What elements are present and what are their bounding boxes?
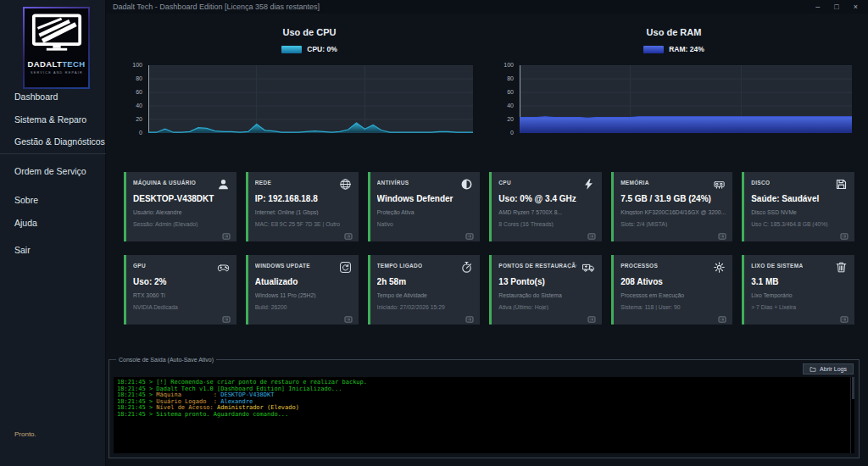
app-logo: DADALTTECH SERVICE AND REPAIR xyxy=(23,7,90,89)
card-value: 13 Ponto(s) xyxy=(498,277,595,286)
card-details-icon[interactable] xyxy=(221,229,231,237)
ram-legend-label: RAM: 24% xyxy=(669,45,704,53)
card-detail-line-2: 8 Cores (16 Threads) xyxy=(498,221,583,227)
card-value: Saúde: Saudável xyxy=(751,194,848,203)
minimize-button[interactable]: – xyxy=(815,0,820,14)
brand-primary: DADALT xyxy=(27,59,62,69)
sidebar-item-gestao-diagnosticos[interactable]: Gestão & Diagnósticos xyxy=(14,136,105,147)
card-value: 208 Ativos xyxy=(620,277,726,286)
card-header: PONTOS DE RESTAURAÇÃO xyxy=(498,261,595,274)
card-value: 3.1 MB xyxy=(751,277,848,286)
card-detail-line-2: Iniciado: 27/02/2026 15:29 xyxy=(377,304,462,310)
memory-icon xyxy=(713,178,726,191)
card-header: ANTIVÍRUS xyxy=(377,178,474,191)
info-card: CPU Uso: 0% @ 3.4 GHz AMD Ryzen 7 5700X … xyxy=(489,172,602,241)
open-logs-button[interactable]: Abrir Logs xyxy=(803,363,854,374)
card-details-icon[interactable] xyxy=(717,312,727,320)
open-logs-label: Abrir Logs xyxy=(820,366,847,372)
cpu-legend-swatch xyxy=(281,46,302,53)
sidebar-item-ajuda[interactable]: Ajuda xyxy=(14,218,37,228)
y-tick-label: 0 xyxy=(510,130,514,136)
card-title: LIXO DE SISTEMA xyxy=(751,261,803,269)
info-card: DISCO Saúde: Saudável Disco SSD NVMe Uso… xyxy=(742,172,854,241)
card-title: ANTIVÍRUS xyxy=(377,178,409,186)
card-detail-line-1: Disco SSD NVMe xyxy=(751,209,848,215)
card-title: REDE xyxy=(255,178,271,186)
globe-icon xyxy=(339,178,352,191)
card-details-icon[interactable] xyxy=(343,229,353,237)
card-header: LIXO DE SISTEMA xyxy=(751,261,848,274)
card-detail-line-1: AMD Ryzen 7 5700X 8... xyxy=(498,209,595,215)
card-details-icon[interactable] xyxy=(717,229,727,237)
card-header: WINDOWS UPDATE xyxy=(255,261,352,274)
info-card: PONTOS DE RESTAURAÇÃO 13 Ponto(s) Restau… xyxy=(489,255,602,325)
card-detail-line-1: Windows 11 Pro (25H2) xyxy=(255,292,352,298)
card-header: REDE xyxy=(255,178,352,191)
y-tick-label: 20 xyxy=(507,116,514,122)
ram-chart-plot xyxy=(520,65,852,133)
card-details-icon[interactable] xyxy=(343,312,353,320)
console-scrollbar[interactable] xyxy=(850,377,854,453)
sidebar-item-sobre[interactable]: Sobre xyxy=(14,195,38,205)
info-card: PROCESSOS 208 Ativos Processos em Execuç… xyxy=(611,255,732,325)
y-tick-label: 0 xyxy=(139,130,142,136)
sidebar-divider xyxy=(0,153,106,154)
bolt-icon xyxy=(582,178,595,191)
card-value: 7.5 GB / 31.9 GB (24%) xyxy=(620,194,726,203)
brand-name: DADALTTECH xyxy=(27,59,85,69)
console-scrollbar-thumb[interactable] xyxy=(852,377,854,399)
cpu-area-chart xyxy=(148,65,473,133)
close-button[interactable]: × xyxy=(854,0,858,14)
y-tick-label: 100 xyxy=(504,62,514,68)
card-value: 2h 58m xyxy=(377,277,474,286)
card-title: CPU xyxy=(498,178,511,186)
sidebar-item-ordem-servico[interactable]: Ordem de Serviço xyxy=(14,166,86,176)
y-tick-label: 40 xyxy=(507,103,514,108)
card-value: Uso: 2% xyxy=(133,277,230,286)
ram-chart-legend: RAM: 24% xyxy=(504,45,843,53)
ram-legend-swatch xyxy=(643,46,664,53)
card-details-icon[interactable] xyxy=(221,312,231,320)
sidebar: DADALTTECH SERVICE AND REPAIR Dashboard … xyxy=(0,0,106,466)
info-card: TEMPO LIGADO 2h 58m Tempo de Atividade I… xyxy=(368,255,481,325)
cards-grid: MÁQUINA & USUÁRIO DESKTOP-V438DKT Usuári… xyxy=(124,172,854,325)
card-header: CPU xyxy=(498,178,595,191)
sidebar-item-dashboard[interactable]: Dashboard xyxy=(14,92,58,102)
main-content: Uso de CPU CPU: 0% 020406080100 Uso de R… xyxy=(106,14,868,466)
disk-icon xyxy=(835,178,848,191)
stopwatch-icon xyxy=(460,261,473,274)
brand-tagline: SERVICE AND REPAIR xyxy=(31,71,83,75)
console-groupbox: Console de Saída (Auto-Save Ativo) Abrir… xyxy=(108,359,860,458)
user-icon xyxy=(217,178,230,191)
sidebar-item-sistema-reparo[interactable]: Sistema & Reparo xyxy=(14,114,86,125)
card-detail-line-1: Processos em Execução xyxy=(620,292,726,298)
card-detail-line-2: Ativa (Último: Hoje) xyxy=(498,304,583,310)
ram-chart-title: Uso de RAM xyxy=(504,27,843,37)
card-title: PROCESSOS xyxy=(620,261,658,269)
card-title: TEMPO LIGADO xyxy=(377,261,423,269)
card-detail-line-2: NVIDIA Dedicada xyxy=(133,304,218,310)
card-header: MÁQUINA & USUÁRIO xyxy=(133,178,230,191)
folder-icon xyxy=(810,366,816,373)
card-details-icon[interactable] xyxy=(839,229,849,237)
cpu-y-axis-ticks: 020406080100 xyxy=(121,65,145,133)
card-details-icon[interactable] xyxy=(465,229,475,237)
card-header: MEMÓRIA xyxy=(620,178,726,191)
cpu-chart-plot xyxy=(148,65,473,133)
info-card: ANTIVÍRUS Windows Defender Proteção Ativ… xyxy=(368,172,481,241)
card-details-icon[interactable] xyxy=(465,312,475,320)
titlebar: Dadalt Tech - Dashboard Edition [Licença… xyxy=(106,0,868,14)
card-header: PROCESSOS xyxy=(620,261,726,274)
card-header: TEMPO LIGADO xyxy=(377,261,474,274)
sidebar-item-sair[interactable]: Sair xyxy=(14,245,31,255)
cpu-chart-legend: CPU: 0% xyxy=(140,45,479,53)
card-detail-line-2: Sessão: Admin (Elevado) xyxy=(133,221,218,227)
card-details-icon[interactable] xyxy=(839,312,849,320)
card-details-icon[interactable] xyxy=(587,229,597,237)
status-text: Pronto. xyxy=(14,430,36,438)
card-value: Windows Defender xyxy=(377,194,474,203)
card-details-icon[interactable] xyxy=(587,312,597,320)
maximize-button[interactable]: □ xyxy=(834,0,838,14)
card-detail-line-1: Internet: Online (1 Gbps) xyxy=(255,209,352,215)
card-value: DESKTOP-V438DKT xyxy=(133,194,230,203)
